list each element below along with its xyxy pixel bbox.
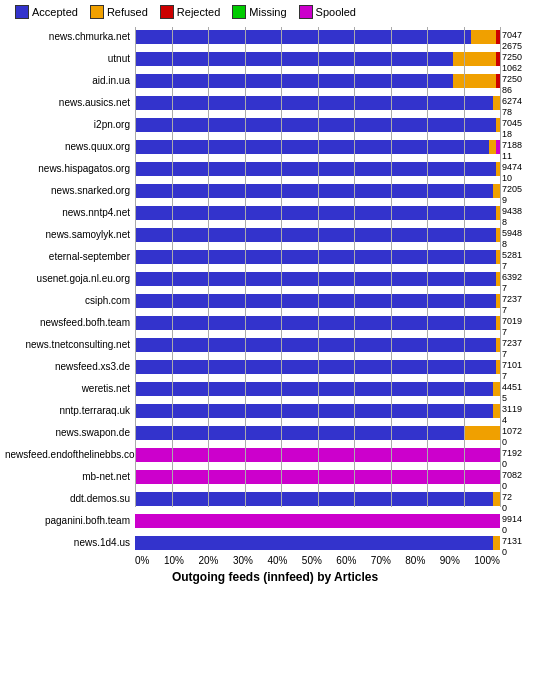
table-row: news.chmurka.net70472675	[135, 27, 500, 47]
bar-track: 99140	[135, 514, 500, 528]
bar-accepted	[135, 360, 496, 374]
bar-values: 704518	[500, 118, 522, 140]
table-row: nntp.terraraq.uk31194	[135, 401, 500, 421]
legend-item-accepted: Accepted	[15, 5, 78, 19]
table-row: news.quux.org718811	[135, 137, 500, 157]
row-label: news.swapon.de	[5, 424, 130, 442]
bar-track: 63927	[135, 272, 500, 286]
x-tick: 100%	[474, 555, 500, 566]
bar-accepted	[135, 118, 496, 132]
legend-label-spooled: Spooled	[316, 6, 356, 18]
row-label: newsfeed.endofthelinebbs.com	[5, 446, 130, 464]
table-row: usenet.goja.nl.eu.org63927	[135, 269, 500, 289]
bar-values: 72501062	[500, 52, 522, 74]
legend-color-missing	[232, 5, 246, 19]
bar-track: 70197	[135, 316, 500, 330]
bar-track: 31194	[135, 404, 500, 418]
legend-color-rejected	[160, 5, 174, 19]
x-tick: 50%	[302, 555, 322, 566]
bar-track: 71920	[135, 448, 500, 462]
row-label: news.ausics.net	[5, 94, 130, 112]
bar-track: 718811	[135, 140, 500, 154]
bar-accepted	[135, 338, 496, 352]
bar-track: 10720	[135, 426, 500, 440]
row-label: news.snarked.org	[5, 182, 130, 200]
x-axis: 0%10%20%30%40%50%60%70%80%90%100%	[135, 555, 500, 566]
bar-values: 70197	[500, 316, 522, 338]
bar-values: 94388	[500, 206, 522, 228]
bar-track: 59488	[135, 228, 500, 242]
bar-values: 59488	[500, 228, 522, 250]
legend-label-missing: Missing	[249, 6, 286, 18]
row-label: paganini.bofh.team	[5, 512, 130, 530]
x-tick: 40%	[267, 555, 287, 566]
bar-accepted	[135, 162, 496, 176]
row-label: weretis.net	[5, 380, 130, 398]
bar-track: 627478	[135, 96, 500, 110]
bar-refused	[453, 74, 497, 88]
bars-wrapper: news.chmurka.net70472675utnut72501062aid…	[135, 27, 500, 553]
bar-values: 63927	[500, 272, 522, 294]
table-row: newsfeed.xs3.de71017	[135, 357, 500, 377]
row-label: news.samoylyk.net	[5, 226, 130, 244]
bar-accepted	[135, 206, 496, 220]
bar-accepted	[135, 184, 493, 198]
x-tick: 10%	[164, 555, 184, 566]
bar-accepted	[135, 74, 453, 88]
bar-accepted	[135, 492, 493, 506]
row-label: ddt.demos.su	[5, 490, 130, 508]
bar-refused	[493, 96, 500, 110]
chart-title: Outgoing feeds (innfeed) by Articles	[5, 570, 545, 584]
bar-accepted	[135, 294, 496, 308]
bar-track: 72377	[135, 294, 500, 308]
bar-values: 99140	[500, 514, 522, 536]
table-row: csiph.com72377	[135, 291, 500, 311]
bar-values: 70820	[500, 470, 522, 492]
bar-track: 52817	[135, 250, 500, 264]
table-row: eternal-september52817	[135, 247, 500, 267]
table-row: news.tnetconsulting.net72377	[135, 335, 500, 355]
x-tick: 30%	[233, 555, 253, 566]
table-row: weretis.net44515	[135, 379, 500, 399]
bar-track: 72377	[135, 338, 500, 352]
bar-track: 71310	[135, 536, 500, 550]
bar-values: 627478	[500, 96, 522, 118]
bar-accepted	[135, 250, 496, 264]
bar-accepted	[135, 228, 496, 242]
bar-track: 70820	[135, 470, 500, 484]
bar-accepted	[135, 52, 453, 66]
table-row: news.1d4.us71310	[135, 533, 500, 553]
bar-accepted	[135, 96, 493, 110]
table-row: newsfeed.bofh.team70197	[135, 313, 500, 333]
x-tick: 60%	[336, 555, 356, 566]
table-row: news.snarked.org72059	[135, 181, 500, 201]
x-tick: 80%	[405, 555, 425, 566]
row-label: news.1d4.us	[5, 534, 130, 552]
row-label: utnut	[5, 50, 130, 68]
legend-label-refused: Refused	[107, 6, 148, 18]
row-label: news.tnetconsulting.net	[5, 336, 130, 354]
row-label: news.hispagatos.org	[5, 160, 130, 178]
bar-refused	[489, 140, 496, 154]
row-label: newsfeed.xs3.de	[5, 358, 130, 376]
bar-track: 720	[135, 492, 500, 506]
bar-track: 70472675	[135, 30, 500, 44]
legend-label-accepted: Accepted	[32, 6, 78, 18]
table-row: i2pn.org704518	[135, 115, 500, 135]
bar-values: 44515	[500, 382, 522, 404]
table-row: aid.in.ua725086	[135, 71, 500, 91]
legend-color-spooled	[299, 5, 313, 19]
chart-wrapper: news.chmurka.net70472675utnut72501062aid…	[5, 27, 545, 566]
bar-values: 71310	[500, 536, 522, 558]
row-label: usenet.goja.nl.eu.org	[5, 270, 130, 288]
bar-refused	[471, 30, 497, 44]
bar-accepted	[135, 140, 489, 154]
table-row: ddt.demos.su720	[135, 489, 500, 509]
bar-accepted	[135, 272, 496, 286]
row-label: news.quux.org	[5, 138, 130, 156]
legend-item-refused: Refused	[90, 5, 148, 19]
bar-spooled	[135, 448, 500, 462]
legend-item-missing: Missing	[232, 5, 286, 19]
bar-refused	[493, 492, 500, 506]
bar-values: 72377	[500, 294, 522, 316]
